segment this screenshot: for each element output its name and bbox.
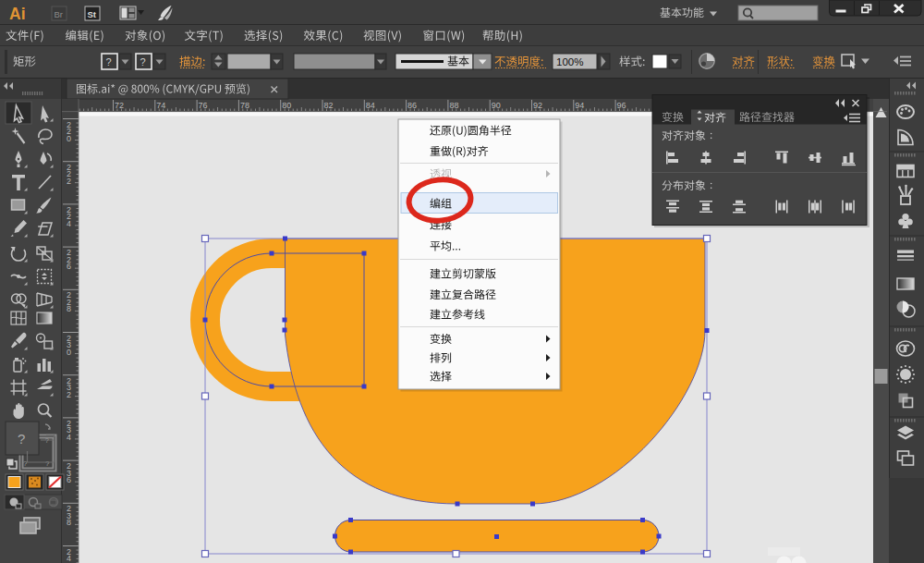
svg-text:78: 78: [240, 101, 249, 110]
svg-text:0: 0: [67, 348, 71, 357]
svg-text:88: 88: [449, 101, 458, 110]
svg-text:4: 4: [67, 219, 71, 228]
svg-text:74: 74: [156, 101, 165, 110]
svg-text:82: 82: [324, 101, 334, 110]
svg-text:90: 90: [492, 101, 501, 110]
svg-text:2: 2: [67, 177, 71, 186]
svg-text:6: 6: [67, 262, 71, 271]
svg-text:Ai: Ai: [9, 5, 26, 23]
svg-text:8: 8: [67, 518, 71, 527]
svg-text:?: ?: [18, 431, 25, 447]
svg-text:0: 0: [67, 134, 71, 143]
svg-text:2: 2: [67, 390, 71, 399]
svg-text:100%: 100%: [556, 56, 583, 67]
svg-text:Br: Br: [55, 9, 64, 19]
svg-text:80: 80: [282, 101, 291, 110]
svg-text:?: ?: [140, 56, 146, 67]
svg-text:84: 84: [366, 101, 375, 110]
svg-text:St: St: [88, 9, 97, 19]
svg-text:96: 96: [617, 101, 626, 110]
svg-text:76: 76: [199, 101, 208, 110]
svg-text:?: ?: [106, 56, 112, 67]
svg-text:72: 72: [115, 101, 124, 110]
svg-text:92: 92: [533, 101, 542, 110]
svg-text:94: 94: [575, 101, 584, 110]
svg-text:6: 6: [67, 475, 71, 484]
svg-text:?: ?: [45, 459, 50, 468]
svg-text:86: 86: [407, 101, 417, 110]
svg-text:8: 8: [67, 304, 71, 313]
svg-text:4: 4: [67, 433, 71, 442]
